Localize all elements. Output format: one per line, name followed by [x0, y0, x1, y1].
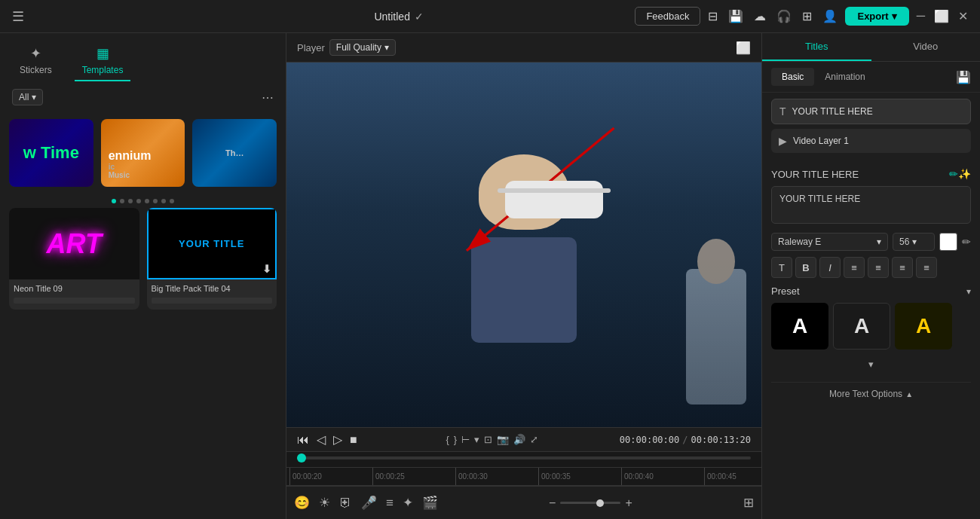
center-area: Player Full Quality ▾ ⬜	[286, 33, 761, 519]
align-right-btn[interactable]: ≡	[892, 257, 913, 278]
font-size-select[interactable]: 56 ▾	[893, 233, 935, 251]
app-title: Untitled	[374, 11, 409, 23]
font-family-select[interactable]: Raleway E ▾	[771, 233, 888, 251]
feedback-button[interactable]: Feedback	[635, 7, 700, 26]
dot-8[interactable]	[170, 199, 174, 203]
preset-letter-2: A	[854, 314, 869, 338]
close-button[interactable]: ✕	[958, 9, 968, 23]
ai-icon[interactable]: ✏✨	[949, 168, 971, 180]
headphones-icon[interactable]: 🎧	[776, 9, 792, 23]
font-size-value: 56	[899, 237, 909, 247]
expand-icon[interactable]: ▾	[474, 434, 479, 445]
subtab-animation[interactable]: Animation	[814, 68, 875, 86]
save-preset-icon[interactable]: 💾	[956, 70, 971, 84]
dot-7[interactable]	[161, 199, 166, 203]
monitor-icon[interactable]: ⊟	[708, 9, 718, 23]
filter-dropdown[interactable]: All ▾	[12, 89, 43, 105]
bold-btn[interactable]: B	[795, 257, 816, 278]
dot-1[interactable]	[112, 199, 116, 203]
tab-video[interactable]: Video	[871, 33, 981, 61]
preset-more-icon[interactable]: ▾	[868, 359, 874, 370]
save-icon[interactable]: 💾	[728, 9, 743, 23]
text-format-btn[interactable]: T	[771, 257, 792, 278]
tab-templates[interactable]: ▦ Templates	[75, 41, 131, 81]
stop-icon[interactable]: ■	[350, 433, 357, 447]
export-button[interactable]: Export ▾	[845, 7, 908, 26]
arrows-icon[interactable]: ⤢	[530, 434, 538, 445]
minimize-button[interactable]: ─	[917, 9, 925, 23]
download-icon[interactable]: ⬇	[262, 263, 272, 275]
template-scroll: w Time ennium ic Music Th…	[0, 113, 286, 519]
align-center-btn[interactable]: ≡	[868, 257, 889, 278]
layer-title-item[interactable]: T YOUR TITLE HERE	[771, 99, 971, 124]
dot-4[interactable]	[136, 199, 141, 203]
window-controls: ─ ⬜ ✕	[917, 9, 968, 23]
tab-stickers[interactable]: ✦ Stickers	[12, 41, 60, 81]
step-back-icon[interactable]: ◁	[317, 432, 326, 447]
mic-tool[interactable]: 🎤	[361, 495, 377, 511]
layer-video-item[interactable]: ▶ Video Layer 1	[771, 129, 971, 153]
user-icon[interactable]: 👤	[822, 9, 838, 23]
skip-back-icon[interactable]: ⏮	[297, 433, 309, 447]
template-card-newtime[interactable]: w Time	[9, 119, 93, 187]
fullscreen-icon[interactable]: ⬜	[736, 41, 751, 55]
sidebar-toolbar: All ▾ ⋯	[0, 81, 286, 113]
audio-icon[interactable]: 🔊	[513, 434, 525, 445]
dot-6[interactable]	[153, 199, 158, 203]
layer-video-name: Video Layer 1	[793, 136, 963, 146]
font-family-value: Raleway E	[778, 237, 821, 247]
seek-bar[interactable]	[297, 456, 751, 459]
bracket-close-icon[interactable]: }	[454, 434, 457, 445]
hamburger-icon[interactable]: ☰	[12, 8, 24, 25]
more-text-options[interactable]: More Text Options ▲	[771, 382, 971, 402]
template-card-bigtitle[interactable]: YOUR TITLE ⬇ Big Title Pack Title 04	[147, 208, 277, 310]
preset-collapse-icon[interactable]: ▾	[966, 286, 971, 297]
bracket-open-icon[interactable]: {	[446, 434, 449, 445]
panel-body: YOUR TITLE HERE ✏✨ YOUR TITLE HERE Ralew…	[762, 160, 980, 519]
dot-5[interactable]	[145, 199, 149, 203]
trim-icon[interactable]: ⊢	[461, 434, 470, 445]
eyedropper-icon[interactable]: ✏	[962, 236, 971, 248]
cloud-icon[interactable]: ☁	[754, 9, 766, 23]
text-input[interactable]: YOUR TITLE HERE	[771, 186, 971, 224]
color-swatch[interactable]	[939, 233, 957, 251]
controls-bar: ⏮ ◁ ▷ ■ { } ⊢ ▾ ⊡ 📷 🔊 ⤢ 00:00:00:00 / 00…	[286, 427, 761, 452]
screenshot-icon[interactable]: 📷	[497, 434, 509, 445]
preset-card-2[interactable]: A	[833, 303, 890, 350]
time-separator: /	[682, 435, 688, 445]
template-card-ennium[interactable]: ennium ic Music	[101, 119, 185, 187]
template-card-3[interactable]: Th…	[192, 119, 277, 187]
playhead	[297, 453, 306, 463]
zoom-in-button[interactable]: +	[625, 496, 632, 510]
subtab-basic[interactable]: Basic	[771, 68, 814, 86]
zoom-out-button[interactable]: −	[549, 496, 556, 510]
layer-list: T YOUR TITLE HERE ▶ Video Layer 1	[762, 93, 980, 160]
preset-card-1[interactable]: A	[771, 303, 828, 350]
sun-tool[interactable]: ☀	[319, 495, 330, 511]
zoom-slider[interactable]	[560, 502, 620, 504]
more-options-button[interactable]: ⋯	[262, 90, 274, 105]
crop-icon[interactable]: ⊡	[484, 434, 492, 445]
grid-view-icon[interactable]: ⊞	[743, 495, 754, 511]
justify-btn[interactable]: ≡	[916, 257, 937, 278]
preset-label: Preset	[771, 285, 800, 297]
play-icon[interactable]: ▷	[333, 432, 342, 447]
preset-card-3[interactable]: A	[895, 303, 952, 350]
shield-tool[interactable]: ⛨	[339, 496, 352, 511]
grid-icon[interactable]: ⊞	[802, 9, 812, 23]
check-circle-icon[interactable]: ✓	[415, 11, 424, 23]
template-card-neon[interactable]: ART Neon Title 09	[9, 208, 139, 310]
dot-2[interactable]	[120, 199, 124, 203]
film-tool[interactable]: 🎬	[422, 495, 438, 511]
quality-select[interactable]: Full Quality ▾	[329, 39, 396, 56]
preset-grid: A A A	[771, 303, 971, 350]
maximize-button[interactable]: ⬜	[934, 9, 949, 23]
list-tool[interactable]: ≡	[386, 496, 394, 511]
align-left-btn[interactable]: ≡	[844, 257, 865, 278]
tab-titles[interactable]: Titles	[762, 33, 871, 61]
branch-tool[interactable]: ✦	[403, 495, 413, 511]
font-row: Raleway E ▾ 56 ▾ ✏	[771, 233, 971, 251]
italic-btn[interactable]: I	[819, 257, 841, 278]
dot-3[interactable]	[128, 199, 133, 203]
emoji-tool[interactable]: 😊	[294, 495, 310, 511]
